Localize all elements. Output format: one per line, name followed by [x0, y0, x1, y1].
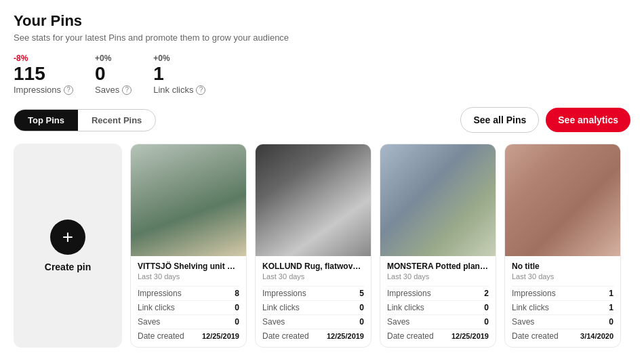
impressions-label: Impressions ? [14, 85, 73, 95]
pin-impressions-row-2: Impressions 2 [387, 286, 489, 300]
pin-card-3[interactable]: No title Last 30 days Impressions 1 Link… [504, 144, 621, 348]
pin-link-clicks-row-1: Link clicks 0 [262, 300, 364, 314]
pin-info-3: No title Last 30 days Impressions 1 Link… [505, 256, 620, 347]
impressions-value: 115 [14, 64, 73, 83]
pin-image-0 [131, 144, 246, 256]
impressions-change: -8% [14, 54, 73, 63]
tab-recent-pins[interactable]: Recent Pins [78, 110, 155, 131]
link-clicks-info-icon[interactable]: ? [196, 85, 205, 95]
pin-impressions-row-0: Impressions 8 [138, 286, 239, 300]
link-clicks-value: 1 [153, 64, 205, 83]
tab-top-pins[interactable]: Top Pins [14, 110, 78, 131]
pin-title-1: KOLLUND Rug, flatwoven £26... [262, 262, 364, 271]
pin-link-clicks-row-0: Link clicks 0 [138, 300, 239, 314]
pin-title-3: No title [512, 262, 613, 271]
stats-row: -8% 115 Impressions ? +0% 0 Saves ? +0% … [14, 54, 630, 95]
pin-saves-row-1: Saves 0 [262, 314, 364, 329]
saves-info-icon[interactable]: ? [122, 85, 132, 95]
impressions-info-icon[interactable]: ? [64, 85, 73, 95]
pin-saves-row-0: Saves 0 [138, 314, 239, 329]
tabs-group: Top Pins Recent Pins [14, 109, 156, 131]
pin-impressions-row-3: Impressions 1 [512, 286, 613, 300]
pin-info-2: MONSTERA Potted plant £15 K... Last 30 d… [380, 256, 496, 347]
saves-value: 0 [95, 64, 132, 83]
pin-link-clicks-row-3: Link clicks 1 [512, 300, 613, 314]
see-analytics-button[interactable]: See analytics [546, 108, 630, 132]
pin-period-1: Last 30 days [262, 272, 364, 281]
pin-saves-row-3: Saves 0 [512, 314, 613, 329]
see-all-pins-button[interactable]: See all Pins [460, 107, 539, 133]
pin-info-0: VITTSJÖ Shelving unit £65 RA... Last 30 … [131, 256, 246, 347]
pin-image-1 [256, 144, 371, 256]
pin-period-0: Last 30 days [138, 272, 239, 281]
page-title: Your Pins [14, 12, 630, 30]
pin-title-0: VITTSJÖ Shelving unit £65 RA... [138, 262, 239, 271]
pin-image-2 [380, 144, 496, 256]
pin-date-row-2: Date created 12/25/2019 [387, 329, 489, 343]
tabs-actions-row: Top Pins Recent Pins See all Pins See an… [14, 107, 630, 133]
actions-group: See all Pins See analytics [460, 107, 630, 133]
create-pin-card[interactable]: + Create pin [14, 144, 122, 348]
saves-change: +0% [95, 54, 132, 63]
create-pin-icon: + [50, 220, 85, 255]
pin-card-0[interactable]: VITTSJÖ Shelving unit £65 RA... Last 30 … [130, 144, 247, 348]
saves-label: Saves ? [95, 85, 132, 95]
pin-saves-row-2: Saves 0 [387, 314, 489, 329]
pin-impressions-row-1: Impressions 5 [262, 286, 364, 300]
pin-image-3 [505, 144, 620, 256]
create-pin-label: Create pin [45, 262, 91, 272]
pin-period-3: Last 30 days [512, 272, 613, 281]
pins-grid: + Create pin VITTSJÖ Shelving unit £65 R… [14, 144, 630, 348]
pin-date-row-1: Date created 12/25/2019 [262, 329, 364, 343]
stat-link-clicks: +0% 1 Link clicks ? [153, 54, 205, 95]
pin-title-2: MONSTERA Potted plant £15 K... [387, 262, 489, 271]
pin-info-1: KOLLUND Rug, flatwoven £26... Last 30 da… [256, 256, 371, 347]
pin-card-2[interactable]: MONSTERA Potted plant £15 K... Last 30 d… [380, 144, 496, 348]
pin-link-clicks-row-2: Link clicks 0 [387, 300, 489, 314]
pin-date-row-0: Date created 12/25/2019 [138, 329, 239, 343]
page-subtitle: See stats for your latest Pins and promo… [14, 33, 630, 43]
link-clicks-change: +0% [153, 54, 205, 63]
link-clicks-label: Link clicks ? [153, 85, 205, 95]
pin-card-1[interactable]: KOLLUND Rug, flatwoven £26... Last 30 da… [255, 144, 371, 348]
pin-date-row-3: Date created 3/14/2020 [512, 329, 613, 343]
stat-impressions: -8% 115 Impressions ? [14, 54, 73, 95]
stat-saves: +0% 0 Saves ? [95, 54, 132, 95]
pin-period-2: Last 30 days [387, 272, 489, 281]
